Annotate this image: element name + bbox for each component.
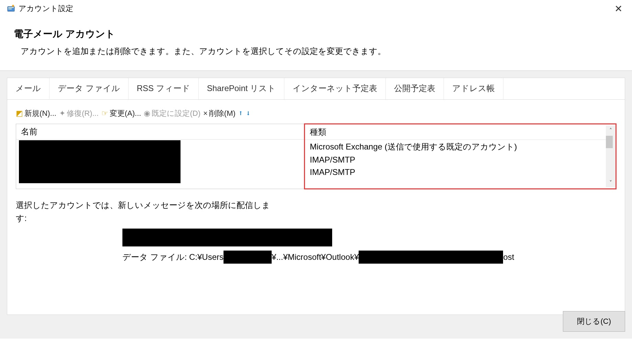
tab-address-book[interactable]: アドレス帳 — [444, 78, 503, 99]
arrow-down-icon: 🠗 — [246, 111, 251, 116]
change-label: 変更(A)... — [110, 108, 141, 119]
delete-label: 削除(M) — [209, 108, 236, 119]
data-file-suffix: ost — [503, 252, 514, 262]
redacted-filename — [359, 251, 503, 264]
redacted-account-names[interactable] — [19, 140, 181, 183]
new-label: 新規(N)... — [24, 108, 56, 119]
tab-sharepoint[interactable]: SharePoint リスト — [199, 78, 284, 99]
close-icon[interactable]: ✕ — [611, 3, 625, 14]
svg-rect-2 — [8, 9, 12, 9]
tab-mail[interactable]: メール — [7, 78, 50, 99]
repair-icon: ✦ — [59, 109, 65, 118]
arrow-up-icon: 🠕 — [238, 111, 243, 116]
tab-internet-calendar[interactable]: インターネット予定表 — [284, 78, 386, 99]
tab-content: ◩ 新規(N)... ✦ 修復(R)... ☞ 変更(A)... ◉ 既定に設定… — [7, 100, 625, 271]
account-table: 名前 種類 Microsoft Exchange (送信で使用する既定のアカウン… — [16, 124, 616, 189]
repair-label: 修復(R)... — [67, 108, 99, 119]
app-icon — [7, 4, 15, 13]
data-file-middle: ¥...¥Microsoft¥Outlook¥ — [272, 252, 359, 262]
name-column: 名前 — [16, 124, 304, 189]
toolbar: ◩ 新規(N)... ✦ 修復(R)... ☞ 変更(A)... ◉ 既定に設定… — [16, 108, 616, 119]
tab-published-calendar[interactable]: 公開予定表 — [386, 78, 444, 99]
new-icon: ◩ — [16, 109, 23, 118]
repair-button[interactable]: ✦ 修復(R)... — [59, 108, 99, 119]
svg-rect-1 — [8, 7, 14, 8]
header-title: 電子メール アカウント — [14, 27, 618, 41]
scroll-down-icon[interactable]: ˅ — [606, 178, 615, 187]
data-file-line: データ ファイル: C:¥Users ¥...¥Microsoft¥Outloo… — [122, 251, 616, 264]
scrollbar[interactable]: ˄ ˅ — [606, 125, 615, 187]
table-row[interactable]: IMAP/SMTP — [305, 166, 615, 178]
change-button[interactable]: ☞ 変更(A)... — [101, 108, 141, 119]
scroll-up-icon[interactable]: ˄ — [606, 125, 615, 135]
delivery-section: 選択したアカウントでは、新しいメッセージを次の場所に配信します: データ ファイ… — [16, 199, 616, 264]
delete-button[interactable]: × 削除(M) — [203, 108, 236, 119]
main-panel: メール データ ファイル RSS フィード SharePoint リスト インタ… — [0, 70, 632, 339]
redacted-user — [224, 251, 272, 264]
move-up-button[interactable]: 🠕 — [238, 111, 243, 116]
move-down-button[interactable]: 🠗 — [246, 111, 251, 116]
svg-point-3 — [12, 5, 14, 7]
tab-data-files[interactable]: データ ファイル — [50, 78, 129, 99]
close-button[interactable]: 閉じる(C) — [563, 311, 625, 332]
data-file-prefix: データ ファイル: C:¥Users — [122, 252, 224, 263]
delete-icon: × — [203, 109, 208, 118]
type-column-highlighted: 種類 Microsoft Exchange (送信で使用する既定のアカウント) … — [304, 123, 617, 189]
scroll-thumb[interactable] — [606, 136, 613, 148]
delivery-label: 選択したアカウントでは、新しいメッセージを次の場所に配信します: — [16, 199, 277, 225]
tab-container: メール データ ファイル RSS フィード SharePoint リスト インタ… — [7, 78, 625, 315]
titlebar: アカウント設定 ✕ — [0, 0, 632, 17]
type-column-header[interactable]: 種類 — [305, 124, 615, 140]
set-default-button[interactable]: ◉ 既定に設定(D) — [144, 108, 200, 119]
footer: 閉じる(C) — [563, 311, 625, 332]
set-default-label: 既定に設定(D) — [152, 108, 200, 119]
name-column-header[interactable]: 名前 — [16, 124, 304, 140]
tabs: メール データ ファイル RSS フィード SharePoint リスト インタ… — [7, 78, 625, 100]
tab-rss[interactable]: RSS フィード — [129, 78, 199, 99]
header-description: アカウントを追加または削除できます。また、アカウントを選択してその設定を変更でき… — [21, 46, 618, 57]
window-title: アカウント設定 — [19, 3, 611, 14]
header-section: 電子メール アカウント アカウントを追加または削除できます。また、アカウントを選… — [0, 17, 632, 70]
default-icon: ◉ — [144, 109, 150, 118]
edit-icon: ☞ — [101, 109, 108, 118]
table-row[interactable]: Microsoft Exchange (送信で使用する既定のアカウント) — [305, 140, 615, 154]
redacted-mailbox — [122, 229, 332, 246]
delivery-info: データ ファイル: C:¥Users ¥...¥Microsoft¥Outloo… — [122, 229, 616, 264]
table-row[interactable]: IMAP/SMTP — [305, 154, 615, 166]
new-button[interactable]: ◩ 新規(N)... — [16, 108, 56, 119]
